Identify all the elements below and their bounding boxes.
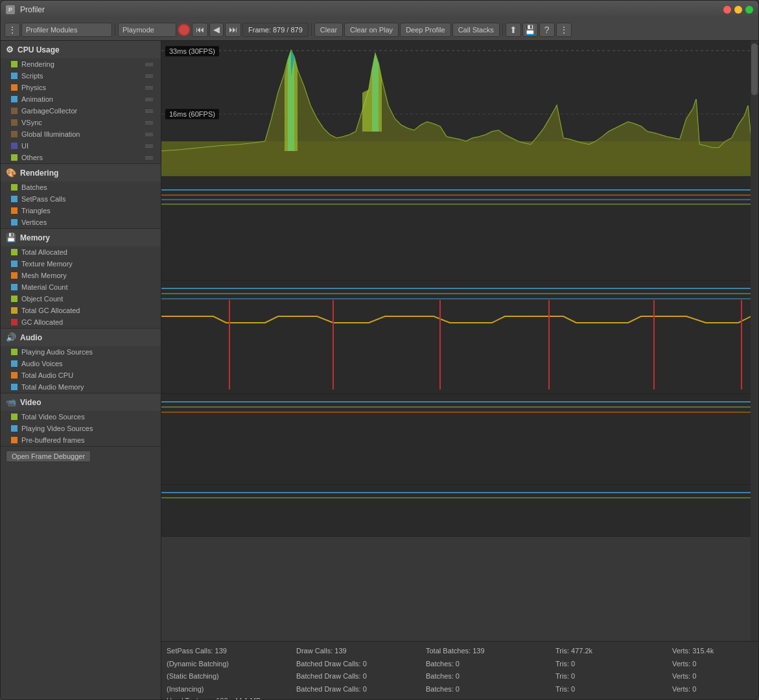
window-controls — [723, 6, 753, 14]
video-chart[interactable] — [161, 485, 751, 537]
save-icon[interactable]: 💾 — [522, 23, 538, 37]
vertices-color — [11, 219, 18, 226]
triangles-color — [11, 207, 18, 214]
status-dynamic: (Dynamic Batching) — [167, 659, 296, 670]
material-count-item[interactable]: Material Count — [1, 281, 161, 293]
audio-chart[interactable] — [161, 394, 751, 485]
call-stacks-button[interactable]: Call Stacks — [452, 23, 500, 37]
gc-color — [11, 108, 18, 114]
profiler-window: P Profiler ⋮ Profiler Modules Playmode ⏮… — [0, 0, 759, 700]
playmode-select[interactable]: Playmode — [118, 23, 176, 37]
prebuffered-item[interactable]: Pre-buffered frames — [1, 434, 161, 446]
open-frame-debugger-container: Open Frame Debugger — [1, 447, 161, 469]
physics-item[interactable]: Physics — [1, 82, 161, 93]
rendering-icon: 🎨 — [6, 168, 16, 178]
svg-rect-6 — [11, 131, 18, 137]
audio-voices-color — [11, 360, 18, 367]
svg-rect-16 — [11, 284, 18, 290]
object-count-item[interactable]: Object Count — [1, 293, 161, 305]
clear-on-play-button[interactable]: Clear on Play — [344, 23, 399, 37]
go-forward-button[interactable]: ⏭ — [225, 23, 241, 37]
scripts-item[interactable]: Scripts — [1, 70, 161, 82]
drag-handle[interactable] — [145, 63, 153, 66]
triangles-item[interactable]: Triangles — [1, 205, 161, 216]
video-icon: 📹 — [6, 397, 16, 407]
menu-icon[interactable]: ⋮ — [5, 23, 20, 37]
maximize-button[interactable] — [745, 6, 753, 14]
setpass-item[interactable]: SetPass Calls — [1, 193, 161, 205]
cpu-header[interactable]: ⚙ CPU Usage — [1, 41, 161, 58]
help-icon[interactable]: ? — [539, 23, 555, 37]
vertical-scrollbar[interactable] — [751, 41, 758, 641]
playing-sources-item[interactable]: Playing Audio Sources — [1, 346, 161, 358]
svg-rect-15 — [11, 272, 18, 279]
cpu-chart[interactable]: 33ms (30FPS) 16ms (60FPS) — [161, 41, 751, 177]
total-gc-color — [11, 307, 18, 314]
status-setpass: SetPass Calls: 139 — [167, 646, 296, 657]
others-item[interactable]: Others — [1, 152, 161, 163]
total-audio-mem-color — [11, 384, 18, 390]
drag-handle[interactable] — [145, 121, 153, 124]
svg-rect-26 — [11, 437, 18, 443]
audio-label: Audio — [20, 333, 42, 342]
status-used-textures: Used Textures: 128 - 44.1 MB — [167, 695, 261, 699]
status-drawcalls: Draw Calls: 139 — [296, 646, 426, 657]
total-audio-cpu-item[interactable]: Total Audio CPU — [1, 369, 161, 381]
texture-mem-item[interactable]: Texture Memory — [1, 258, 161, 270]
load-icon[interactable]: ⬆ — [506, 23, 521, 37]
deep-profile-button[interactable]: Deep Profile — [400, 23, 451, 37]
drag-handle[interactable] — [145, 75, 153, 78]
drag-handle[interactable] — [145, 145, 153, 148]
memory-chart[interactable] — [161, 281, 751, 394]
charts-container: 33ms (30FPS) 16ms (60FPS) — [161, 41, 758, 699]
svg-rect-25 — [11, 425, 18, 432]
drag-handle[interactable] — [145, 110, 153, 113]
audio-header[interactable]: 🔊 Audio — [1, 329, 161, 346]
sidebar: ⚙ CPU Usage Rendering Scripts Physics — [1, 41, 161, 699]
go-to-first-button[interactable]: ⏮ — [192, 23, 208, 37]
video-section: 📹 Video Total Video Sources Playing Vide… — [1, 393, 161, 447]
total-gc-item[interactable]: Total GC Allocated — [1, 305, 161, 316]
scrollbar-thumb[interactable] — [751, 43, 758, 95]
memory-section: 💾 Memory Total Allocated Texture Memory … — [1, 229, 161, 329]
gi-item[interactable]: Global Illumination — [1, 128, 161, 140]
memory-header[interactable]: 💾 Memory — [1, 229, 161, 246]
vsync-item[interactable]: VSync — [1, 117, 161, 128]
drag-handle[interactable] — [145, 156, 153, 159]
playing-video-item[interactable]: Playing Video Sources — [1, 423, 161, 434]
ui-item[interactable]: UI — [1, 140, 161, 152]
drag-handle[interactable] — [145, 86, 153, 89]
rendering-chart[interactable] — [161, 177, 751, 281]
status-static-batches: Batches: 0 — [426, 671, 555, 682]
memory-icon: 💾 — [6, 233, 16, 242]
video-header[interactable]: 📹 Video — [1, 393, 161, 411]
svg-rect-4 — [11, 108, 18, 114]
vertices-item[interactable]: Vertices — [1, 216, 161, 228]
clear-button[interactable]: Clear — [314, 23, 343, 37]
batches-item[interactable]: Batches — [1, 181, 161, 193]
drag-handle[interactable] — [145, 98, 153, 101]
total-audio-mem-item[interactable]: Total Audio Memory — [1, 381, 161, 393]
minimize-button[interactable] — [734, 6, 742, 14]
go-back-button[interactable]: ◀ — [209, 23, 224, 37]
animation-item[interactable]: Animation — [1, 93, 161, 105]
more-options-icon[interactable]: ⋮ — [556, 23, 572, 37]
close-button[interactable] — [723, 6, 731, 14]
total-alloc-item[interactable]: Total Allocated — [1, 246, 161, 258]
gc-item[interactable]: GarbageCollector — [1, 105, 161, 117]
memory-label: Memory — [20, 233, 50, 242]
toolbar-separator-3 — [502, 23, 503, 36]
record-button[interactable] — [178, 23, 191, 36]
profiler-modules-select[interactable]: Profiler Modules — [21, 23, 112, 37]
open-frame-debugger-button[interactable]: Open Frame Debugger — [6, 450, 91, 462]
rendering-header[interactable]: 🎨 Rendering — [1, 164, 161, 181]
gc-alloc-item[interactable]: GC Allocated — [1, 316, 161, 328]
svg-rect-17 — [11, 296, 18, 302]
rendering-item[interactable]: Rendering — [1, 58, 161, 70]
cpu-section: ⚙ CPU Usage Rendering Scripts Physics — [1, 41, 161, 164]
video-label: Video — [20, 398, 41, 407]
drag-handle[interactable] — [145, 133, 153, 136]
total-video-sources-item[interactable]: Total Video Sources — [1, 411, 161, 423]
audio-voices-item[interactable]: Audio Voices — [1, 358, 161, 369]
mesh-mem-item[interactable]: Mesh Memory — [1, 270, 161, 281]
